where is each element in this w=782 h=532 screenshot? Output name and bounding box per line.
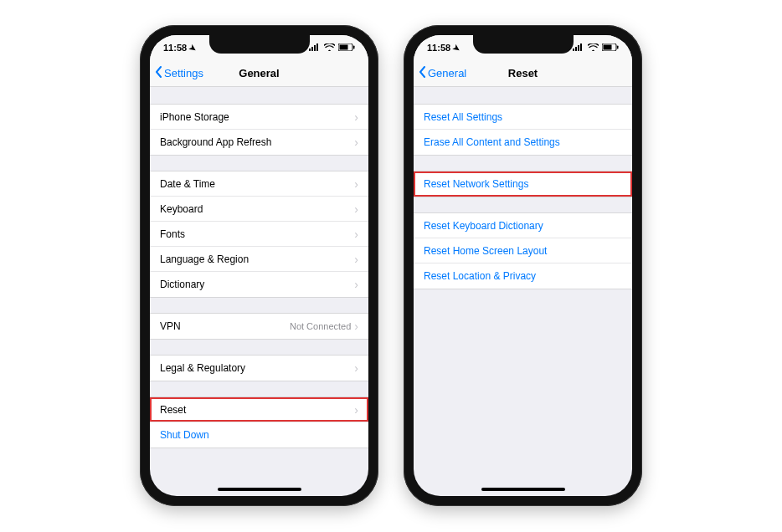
- row-label: Reset: [160, 404, 354, 416]
- status-time: 11:58: [163, 43, 187, 53]
- row-label: Reset Location & Privacy: [424, 270, 622, 282]
- notch: [473, 35, 574, 54]
- battery-icon: [602, 43, 619, 53]
- chevron-right-icon: ›: [354, 320, 358, 332]
- svg-rect-6: [353, 46, 355, 49]
- row-label: Fonts: [160, 228, 354, 240]
- chevron-right-icon: ›: [354, 178, 358, 190]
- chevron-right-icon: ›: [354, 203, 358, 215]
- screen: 11:58 ➤ General Reset Reset All Settings…: [414, 35, 632, 496]
- chevron-right-icon: ›: [354, 279, 358, 290]
- svg-rect-5: [340, 45, 348, 50]
- row-label: Shut Down: [160, 429, 358, 441]
- chevron-right-icon: ›: [354, 136, 358, 148]
- row-label: Language & Region: [160, 253, 354, 265]
- settings-row[interactable]: Keyboard›: [150, 197, 368, 222]
- signal-icon: [573, 43, 584, 53]
- home-indicator[interactable]: [218, 488, 301, 491]
- settings-row[interactable]: Reset›: [150, 397, 368, 422]
- nav-bar: General Reset: [414, 60, 632, 87]
- settings-group: Reset›Shut Down: [150, 396, 368, 448]
- chevron-right-icon: ›: [354, 228, 358, 240]
- settings-group: Reset All SettingsErase All Content and …: [414, 104, 632, 156]
- settings-row[interactable]: Erase All Content and Settings: [414, 130, 632, 155]
- row-label: Keyboard: [160, 203, 354, 215]
- settings-group: Date & Time›Keyboard›Fonts›Language & Re…: [150, 171, 368, 298]
- row-label: Reset Home Screen Layout: [424, 245, 622, 257]
- chevron-right-icon: ›: [354, 404, 358, 416]
- row-label: Background App Refresh: [160, 136, 354, 148]
- settings-row[interactable]: Reset Network Settings: [414, 171, 632, 197]
- row-label: Reset All Settings: [424, 111, 622, 123]
- svg-rect-1: [311, 47, 313, 51]
- location-icon: ➤: [188, 42, 198, 54]
- svg-rect-13: [617, 46, 619, 49]
- chevron-right-icon: ›: [354, 111, 358, 123]
- settings-row[interactable]: Legal & Regulatory›: [150, 356, 368, 381]
- settings-row[interactable]: Background App Refresh›: [150, 130, 368, 155]
- row-label: Legal & Regulatory: [160, 362, 354, 374]
- settings-row[interactable]: Reset All Settings: [414, 105, 632, 130]
- settings-row[interactable]: Reset Location & Privacy: [414, 263, 632, 289]
- svg-rect-3: [316, 43, 318, 51]
- settings-row[interactable]: Language & Region›: [150, 247, 368, 272]
- settings-row[interactable]: Reset Home Screen Layout: [414, 238, 632, 263]
- settings-list[interactable]: Reset All SettingsErase All Content and …: [414, 87, 632, 496]
- settings-row[interactable]: iPhone Storage›: [150, 105, 368, 130]
- notch: [209, 35, 310, 54]
- settings-row[interactable]: Shut Down: [150, 422, 368, 448]
- settings-group: VPNNot Connected›: [150, 313, 368, 340]
- nav-bar: Settings General: [150, 60, 368, 87]
- svg-rect-9: [578, 45, 579, 51]
- nav-title: General: [150, 67, 368, 79]
- svg-rect-7: [573, 49, 574, 51]
- nav-title: Reset: [414, 67, 632, 79]
- row-label: iPhone Storage: [160, 111, 354, 123]
- row-label: Reset Network Settings: [424, 178, 622, 190]
- settings-group: Reset Keyboard DictionaryReset Home Scre…: [414, 212, 632, 289]
- row-label: Erase All Content and Settings: [424, 136, 622, 148]
- settings-row[interactable]: Reset Keyboard Dictionary: [414, 213, 632, 238]
- svg-rect-12: [604, 45, 612, 50]
- chevron-right-icon: ›: [354, 362, 358, 374]
- status-time: 11:58: [427, 43, 450, 53]
- row-detail: Not Connected: [290, 321, 351, 331]
- screen: 11:58 ➤ Settings General iPhone Storage›…: [150, 35, 368, 496]
- settings-list[interactable]: iPhone Storage›Background App Refresh›Da…: [150, 87, 368, 496]
- settings-row[interactable]: VPNNot Connected›: [150, 314, 368, 339]
- signal-icon: [309, 43, 321, 53]
- row-label: VPN: [160, 320, 290, 332]
- phone-general: 11:58 ➤ Settings General iPhone Storage›…: [140, 25, 378, 506]
- svg-rect-0: [309, 49, 311, 51]
- home-indicator[interactable]: [481, 488, 565, 491]
- chevron-right-icon: ›: [354, 253, 358, 265]
- row-label: Reset Keyboard Dictionary: [424, 220, 622, 232]
- svg-rect-8: [575, 47, 577, 51]
- wifi-icon: [324, 43, 335, 53]
- phone-reset: 11:58 ➤ General Reset Reset All Settings…: [404, 25, 642, 506]
- settings-row[interactable]: Date & Time›: [150, 171, 368, 197]
- settings-group: Legal & Regulatory›: [150, 355, 368, 381]
- svg-rect-2: [314, 45, 316, 51]
- row-label: Date & Time: [160, 178, 354, 190]
- row-label: Dictionary: [160, 279, 354, 290]
- settings-group: iPhone Storage›Background App Refresh›: [150, 104, 368, 156]
- svg-rect-10: [580, 43, 582, 51]
- settings-group: Reset Network Settings: [414, 171, 632, 197]
- wifi-icon: [588, 43, 599, 53]
- location-icon: ➤: [451, 42, 462, 54]
- settings-row[interactable]: Dictionary›: [150, 272, 368, 297]
- settings-row[interactable]: Fonts›: [150, 222, 368, 247]
- battery-icon: [338, 43, 355, 53]
